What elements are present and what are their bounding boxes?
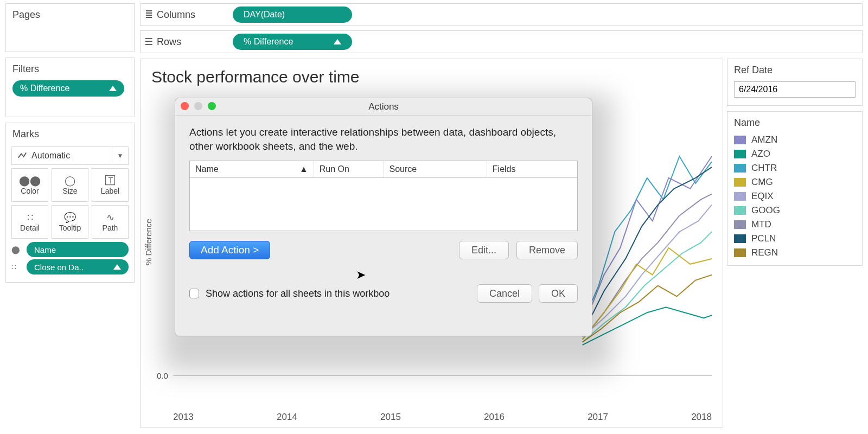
x-tick: 2018 [691, 412, 712, 423]
show-all-checkbox[interactable] [189, 289, 199, 298]
columns-pill-label: DAY(Date) [244, 10, 285, 20]
pill-delta-icon [109, 86, 117, 91]
add-action-button[interactable]: Add Action > [189, 241, 270, 259]
rows-shelf[interactable]: ☰ Rows % Difference [140, 30, 863, 53]
legend-label: CHTR [751, 163, 777, 174]
columns-icon: ≣ [141, 9, 157, 21]
filters-title: Filters [6, 58, 134, 78]
zoom-icon[interactable] [208, 102, 216, 110]
legend-label: AMZN [751, 135, 777, 145]
tooltip-icon: 💬 [64, 212, 76, 224]
x-tick: 2013 [173, 412, 194, 423]
legend-item[interactable]: MTD [734, 218, 856, 232]
legend-item[interactable]: AMZN [734, 133, 856, 147]
color-icon: ⬤⬤ [19, 175, 41, 187]
zero-reference-line [173, 375, 712, 376]
legend-item[interactable]: EQIX [734, 189, 856, 203]
mark-field-close[interactable]: Close on Da.. [27, 259, 129, 275]
legend-swatch [734, 136, 746, 144]
actions-dialog: Actions Actions let you create interacti… [175, 98, 592, 336]
minimize-icon[interactable] [194, 102, 202, 110]
zero-tick-label: 0.0 [157, 371, 168, 380]
legend-swatch [734, 234, 746, 243]
legend-label: REGN [751, 247, 778, 258]
marks-path[interactable]: ∿Path [92, 205, 129, 239]
legend-label: EQIX [751, 191, 774, 202]
marks-detail[interactable]: ∷Detail [11, 205, 48, 239]
y-axis-label: % Difference [144, 219, 153, 265]
th-fields[interactable]: Fields [487, 161, 577, 177]
th-run-on[interactable]: Run On [314, 161, 384, 177]
dialog-description: Actions let you create interactive relat… [189, 125, 578, 153]
marks-card: Marks Automatic ▼ ⬤⬤Color ◯Size 🅃Label ∷… [5, 123, 135, 283]
remove-button[interactable]: Remove [516, 241, 578, 259]
mark-field-name[interactable]: Name [27, 242, 129, 257]
edit-button[interactable]: Edit... [459, 241, 509, 259]
color-legend: Name AMZNAZOCHTRCMGEQIXGOOGMTDPCLNREGN [727, 111, 863, 266]
label-icon: 🅃 [105, 175, 115, 187]
marks-color[interactable]: ⬤⬤Color [11, 168, 48, 202]
ref-date-title: Ref Date [734, 65, 856, 76]
x-tick: 2017 [588, 412, 608, 423]
filter-pill-label: % Difference [20, 84, 69, 93]
marks-path-label: Path [103, 224, 118, 232]
x-tick: 2016 [484, 412, 505, 423]
ref-date-input[interactable] [734, 81, 856, 98]
legend-label: CMG [751, 177, 773, 188]
detail-icon: ∷ [27, 212, 33, 224]
rows-label: Rows [157, 36, 233, 48]
th-source[interactable]: Source [384, 161, 487, 177]
pill-delta-icon [334, 39, 341, 44]
legend-item[interactable]: CHTR [734, 161, 856, 175]
actions-table[interactable]: Name▲ Run On Source Fields [189, 161, 578, 231]
legend-swatch [734, 206, 746, 215]
legend-label: GOOG [751, 205, 780, 216]
ok-button[interactable]: OK [539, 284, 578, 303]
legend-item[interactable]: CMG [734, 175, 856, 189]
show-all-label: Show actions for all sheets in this work… [206, 288, 470, 299]
close-icon[interactable] [181, 102, 189, 110]
marks-color-label: Color [21, 187, 39, 195]
marks-label[interactable]: 🅃Label [92, 168, 129, 202]
legend-swatch [734, 150, 746, 158]
legend-item[interactable]: GOOG [734, 203, 856, 218]
filters-shelf[interactable]: Filters % Difference [5, 58, 135, 117]
mark-field-close-label: Close on Da.. [34, 263, 84, 272]
legend-label: MTD [751, 219, 771, 230]
legend-swatch [734, 178, 746, 187]
legend-item[interactable]: REGN [734, 246, 856, 260]
x-axis: 2013 2014 2015 2016 2017 2018 [173, 412, 712, 423]
marks-tooltip[interactable]: 💬Tooltip [52, 205, 88, 239]
pages-title: Pages [6, 4, 134, 24]
marks-size[interactable]: ◯Size [52, 168, 88, 202]
legend-title: Name [734, 117, 856, 129]
pill-delta-icon [113, 264, 121, 270]
columns-label: Columns [157, 9, 233, 21]
pages-shelf[interactable]: Pages [5, 3, 135, 52]
mark-type-label: Automatic [31, 151, 70, 161]
color-icon: ⬤ [11, 245, 23, 254]
th-name[interactable]: Name▲ [190, 161, 314, 177]
rows-icon: ☰ [141, 36, 157, 48]
dialog-titlebar[interactable]: Actions [175, 98, 592, 116]
legend-item[interactable]: PCLN [734, 232, 856, 246]
legend-label: PCLN [751, 233, 776, 244]
legend-swatch [734, 220, 746, 229]
mark-type-select[interactable]: Automatic ▼ [11, 146, 129, 165]
legend-label: AZO [751, 149, 770, 159]
detail-icon: ∷ [11, 263, 23, 271]
line-icon [17, 151, 27, 161]
rows-pill-label: % Difference [244, 37, 293, 47]
legend-item[interactable]: AZO [734, 147, 856, 161]
rows-pill[interactable]: % Difference [233, 34, 352, 50]
path-icon: ∿ [106, 212, 114, 224]
chevron-down-icon[interactable]: ▼ [112, 147, 128, 164]
cancel-button[interactable]: Cancel [477, 284, 532, 303]
marks-tooltip-label: Tooltip [59, 224, 81, 232]
size-icon: ◯ [65, 175, 75, 187]
filter-pill-pct-diff[interactable]: % Difference [12, 80, 124, 97]
columns-shelf[interactable]: ≣ Columns DAY(Date) [140, 3, 863, 26]
legend-swatch [734, 164, 746, 173]
marks-size-label: Size [62, 187, 77, 195]
columns-pill[interactable]: DAY(Date) [233, 7, 352, 23]
